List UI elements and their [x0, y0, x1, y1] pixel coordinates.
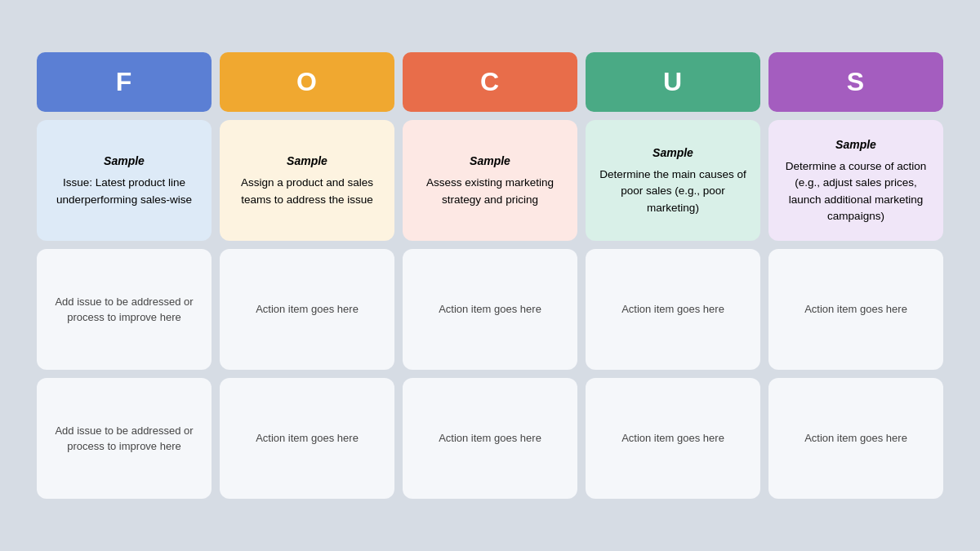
- row4-cell-3[interactable]: Action item goes here: [586, 378, 760, 499]
- row4-cell-0[interactable]: Add issue to be addressed or process to …: [37, 378, 212, 499]
- row3-cell-4[interactable]: Action item goes here: [768, 249, 943, 370]
- sample-cell-f: Sample Issue: Latest product line underp…: [37, 120, 212, 241]
- sample-cell-u: Sample Determine the main causes of poor…: [586, 120, 760, 241]
- row3-cell-1[interactable]: Action item goes here: [220, 249, 394, 370]
- sample-cell-s: Sample Determine a course of action (e.g…: [768, 120, 943, 241]
- focus-grid: F O C U S Sample Issue: Latest product l…: [37, 52, 943, 499]
- sample-cell-o: Sample Assign a product and sales teams …: [220, 120, 394, 241]
- header-u: U: [586, 52, 760, 112]
- header-o: O: [220, 52, 394, 112]
- row4-cell-4[interactable]: Action item goes here: [768, 378, 943, 499]
- header-c: C: [403, 52, 577, 112]
- header-s: S: [768, 52, 943, 112]
- sample-cell-c: Sample Assess existing marketing strateg…: [403, 120, 577, 241]
- row3-cell-0[interactable]: Add issue to be addressed or process to …: [37, 249, 212, 370]
- row3-cell-3[interactable]: Action item goes here: [586, 249, 760, 370]
- row4-cell-1[interactable]: Action item goes here: [220, 378, 394, 499]
- header-f: F: [37, 52, 212, 112]
- row4-cell-2[interactable]: Action item goes here: [403, 378, 577, 499]
- row3-cell-2[interactable]: Action item goes here: [403, 249, 577, 370]
